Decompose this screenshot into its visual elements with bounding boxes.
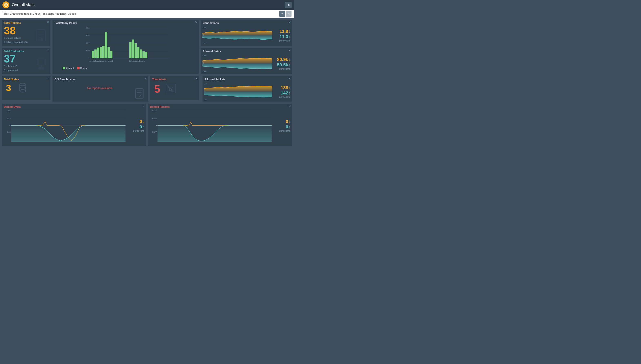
- svg-text:0.107: 0.107: [152, 118, 157, 120]
- header: Overall stats: [0, 0, 294, 10]
- denied-packets-up: 0↑: [274, 124, 291, 130]
- svg-rect-27: [105, 32, 107, 58]
- svg-point-47: [20, 83, 26, 86]
- allowed-packets-card: ✕ Allowed Packets 150 0 150: [202, 76, 292, 102]
- denied-packets-title: Denied Packets: [148, 104, 292, 109]
- svg-text:150: 150: [205, 83, 207, 85]
- svg-text:0: 0: [10, 124, 11, 126]
- svg-text:0: 0: [203, 62, 204, 64]
- connections-card: ✕ Connections: [201, 20, 292, 46]
- svg-rect-28: [108, 47, 110, 58]
- svg-rect-54: [136, 88, 143, 98]
- connections-title: Connections: [201, 20, 292, 25]
- endpoints-icon: [34, 57, 48, 72]
- svg-text:12.8: 12.8: [7, 110, 11, 112]
- connections-per-second: per second: [274, 40, 291, 42]
- denied-bytes-values: 0↓ 0↑ per second: [126, 119, 144, 132]
- allowed-packets-sparkline-wrap: 150 0 150 138↓ 142↑ per second: [203, 82, 292, 102]
- row-2: ✕ Total Nodes 3: [2, 76, 292, 102]
- allowed-bytes-values: 80.9k↓ 59.5k↑ per second: [272, 57, 291, 70]
- total-nodes-card: ✕ Total Nodes 3: [2, 76, 51, 100]
- connections-down: 11.9↓: [274, 29, 291, 34]
- allowed-packets-title: Allowed Packets: [203, 76, 292, 82]
- bar-chart-legend: Allowed Denied: [53, 66, 199, 71]
- svg-text:dev.knp.default.nginx: dev.knp.default.nginx: [129, 60, 145, 62]
- allowed-packets-up: 142↑: [274, 90, 291, 96]
- svg-rect-29: [110, 51, 113, 58]
- allowed-packets-close[interactable]: ✕: [288, 77, 291, 80]
- filter-close-button[interactable]: ✕: [286, 11, 292, 17]
- total-policies-title: Total Policies: [2, 20, 51, 25]
- denied-bytes-per-second: per second: [128, 130, 144, 132]
- legend-denied: Denied: [77, 67, 88, 69]
- allowed-bytes-sparkline-wrap: 109k 0 109k 80.9k↓ 59.5k↑ per second: [201, 54, 292, 74]
- svg-text:0.214: 0.214: [152, 110, 157, 112]
- svg-text:30.0: 30.0: [86, 42, 90, 44]
- page-title: Overall stats: [12, 2, 285, 7]
- nodes-icon: [17, 82, 29, 94]
- connections-up: 11.3↑: [274, 34, 291, 40]
- svg-point-50: [20, 87, 26, 89]
- svg-text:12.3: 12.3: [203, 26, 206, 28]
- packets-by-policy-card: ✕ Packets by Policy 60.0 45.0 30.0 15.0 …: [52, 20, 199, 74]
- total-nodes-close[interactable]: ✕: [47, 77, 49, 80]
- total-nodes-title: Total Nodes: [2, 76, 51, 82]
- denied-packets-sparkline: 0.214 0.107 0 0.107: [150, 109, 272, 142]
- svg-rect-11: [42, 68, 43, 69]
- total-policies-card: ✕ Total Policies 38 0 unused policies 0 …: [2, 20, 51, 46]
- total-endpoints-card: ✕ Total Endpoints 37 0 unlabelled* 0 unp…: [2, 48, 51, 74]
- packets-close[interactable]: ✕: [195, 20, 197, 24]
- denied-bytes-close[interactable]: ✕: [142, 104, 145, 108]
- svg-rect-33: [137, 47, 139, 58]
- allowed-bytes-title: Allowed Bytes: [201, 48, 292, 54]
- row-1: ✕ Total Policies 38 0 unused policies 0 …: [2, 20, 292, 74]
- allowed-bytes-close[interactable]: ✕: [288, 49, 291, 52]
- total-alerts-title: Total Alerts: [150, 76, 199, 82]
- svg-text:dev.platform.centos-to-fronten: dev.platform.centos-to-frontend: [90, 60, 113, 62]
- svg-text:45.0: 45.0: [86, 34, 90, 36]
- total-endpoints-close[interactable]: ✕: [47, 49, 49, 52]
- svg-text:0: 0: [156, 124, 157, 126]
- allowed-packets-values: 138↓ 142↑ per second: [272, 85, 291, 98]
- row2-alerts: ✕ Total Alerts 5: [150, 76, 199, 102]
- denied-packets-sparkline-wrap: 0.214 0.107 0 0.107: [148, 109, 292, 144]
- svg-point-53: [20, 90, 26, 92]
- svg-rect-32: [135, 43, 137, 58]
- settings-button[interactable]: [285, 2, 292, 8]
- filter-dropdown-button[interactable]: ▾: [279, 11, 285, 17]
- svg-rect-23: [94, 50, 97, 58]
- svg-rect-36: [145, 52, 147, 58]
- svg-rect-10: [39, 68, 41, 69]
- denied-bytes-down: 0↓: [128, 119, 144, 124]
- svg-rect-30: [129, 42, 132, 58]
- svg-rect-31: [132, 40, 134, 58]
- connections-close[interactable]: ✕: [288, 20, 291, 24]
- col-right: ✕ Connections: [201, 20, 292, 74]
- denied-bytes-up: 0↑: [128, 124, 144, 130]
- total-alerts-value: 5: [152, 84, 162, 94]
- legend-allowed: Allowed: [63, 67, 74, 69]
- allowed-bytes-card: ✕ Allowed Bytes 109k 0 109k: [201, 48, 292, 74]
- dashboard: ✕ Total Policies 38 0 unused policies 0 …: [0, 18, 294, 148]
- col-left: ✕ Total Policies 38 0 unused policies 0 …: [2, 20, 51, 74]
- bar-chart-wrap: 60.0 45.0 30.0 15.0 0: [53, 25, 199, 66]
- svg-text:0: 0: [88, 57, 90, 59]
- svg-text:150: 150: [205, 99, 207, 101]
- svg-text:0: 0: [205, 90, 206, 92]
- denied-packets-close[interactable]: ✕: [288, 104, 291, 108]
- svg-rect-35: [143, 52, 145, 58]
- alerts-close[interactable]: ✕: [195, 77, 198, 80]
- total-policies-close[interactable]: ✕: [47, 20, 49, 24]
- allowed-packets-sparkline: 150 0 150: [204, 82, 272, 101]
- cis-close[interactable]: ✕: [145, 77, 147, 80]
- svg-rect-7: [38, 60, 44, 64]
- filter-text: Filter: Charts time range: 1 hour, Time …: [3, 12, 279, 15]
- svg-text:12.3: 12.3: [203, 42, 206, 44]
- connections-sparkline-wrap: 12.3 0 12.3 11.9↓ 11.3↑ per second: [201, 25, 292, 45]
- total-alerts-card: ✕ Total Alerts 5: [150, 76, 199, 100]
- svg-rect-40: [77, 67, 80, 69]
- bar-chart-svg: 60.0 45.0 30.0 15.0 0: [54, 27, 197, 64]
- svg-text:15.0: 15.0: [86, 50, 90, 52]
- allowed-packets-per-second: per second: [274, 96, 291, 98]
- svg-rect-2: [36, 30, 45, 41]
